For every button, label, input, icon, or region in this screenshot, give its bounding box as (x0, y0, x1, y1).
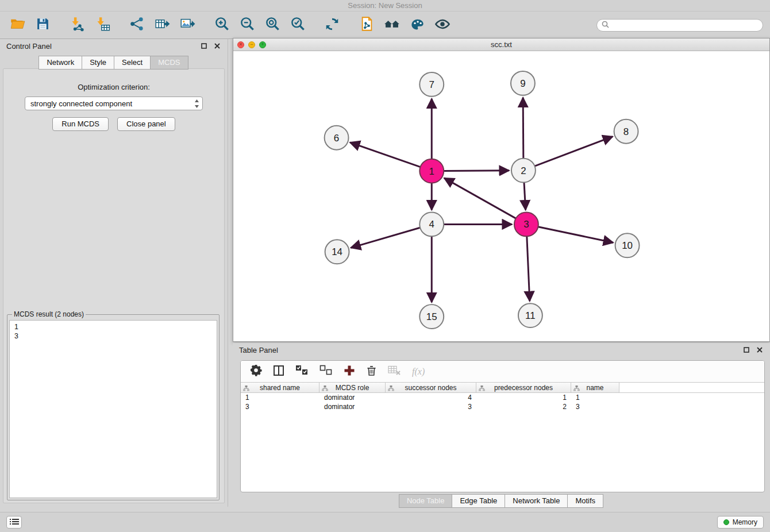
graph-node-8[interactable]: 8 (614, 119, 638, 144)
zoom-out-icon (240, 16, 255, 34)
table-tab-network-table[interactable]: Network Table (505, 494, 568, 508)
graph-node-label: 4 (429, 219, 434, 230)
graph-edge-4-14[interactable] (351, 228, 421, 248)
table-panel: Table Panel f(x) shared nameMCDS rolesuc… (233, 343, 770, 511)
style-brush-button[interactable] (407, 15, 428, 36)
table-panel-header: Table Panel (233, 343, 770, 357)
column-header-mcds-role[interactable]: MCDS role (319, 383, 386, 392)
first-neighbors-icon (384, 16, 400, 34)
column-header-successor-nodes[interactable]: successor nodes (386, 383, 476, 392)
zoom-out-button[interactable] (237, 15, 257, 36)
status-menu-button[interactable] (6, 516, 22, 529)
app-title: Session: New Session (348, 1, 422, 10)
zoom-in-button[interactable] (211, 15, 232, 36)
table-row[interactable]: 1dominator411 (241, 393, 764, 402)
control-panel-title: Control Panel (6, 42, 52, 51)
graph-edge-2-8[interactable] (534, 137, 613, 166)
table-row[interactable]: 3dominator323 (241, 402, 764, 411)
table-tab-edge-table[interactable]: Edge Table (452, 494, 505, 508)
graph-node-3[interactable]: 3 (514, 212, 538, 236)
snapshot-icon (359, 16, 375, 34)
graph-edge-3-10[interactable] (538, 227, 613, 243)
zoom-fit-button[interactable] (262, 15, 283, 36)
mcds-result-list[interactable]: 13 (9, 320, 217, 498)
main-toolbar (0, 11, 770, 39)
network-window-title-bar[interactable]: scc.txt × − + (233, 38, 769, 51)
graph-edge-2-3[interactable] (524, 183, 526, 210)
window-close-button[interactable]: × (237, 41, 244, 48)
window-zoom-button[interactable]: + (259, 41, 266, 48)
select-all-checkbox-button[interactable] (295, 365, 309, 378)
graph-node-10[interactable]: 10 (615, 233, 640, 257)
table-tab-node-table[interactable]: Node Table (399, 494, 453, 508)
column-header-shared-name[interactable]: shared name (241, 383, 319, 392)
graph-node-label: 15 (426, 311, 437, 322)
tab-mcds[interactable]: MCDS (150, 56, 188, 70)
column-header-label: shared name (260, 384, 300, 392)
delete-column-button[interactable] (366, 365, 377, 379)
zoom-selected-button[interactable] (287, 15, 308, 36)
column-header-predecessor-nodes[interactable]: predecessor nodes (476, 383, 571, 392)
share-network-button[interactable] (126, 15, 147, 36)
graph-node-2[interactable]: 2 (511, 159, 536, 183)
column-type-icon (388, 385, 394, 393)
deselect-checkbox-button[interactable] (319, 365, 333, 378)
search-box[interactable] (596, 19, 763, 32)
mcds-result-box: MCDS result (2 nodes) 13 (7, 310, 220, 500)
graph-node-4[interactable]: 4 (419, 212, 444, 236)
network-canvas[interactable]: 7968124314101511 (233, 51, 769, 341)
graph-edge-3-1[interactable] (444, 178, 516, 218)
table-cell-mcds-role: dominator (319, 394, 386, 402)
deselect-checkbox-icon (319, 365, 333, 378)
control-panel-close-button[interactable] (213, 42, 221, 50)
graph-node-1[interactable]: 1 (419, 159, 444, 183)
graph-node-11[interactable]: 11 (518, 303, 542, 327)
table-tab-motifs[interactable]: Motifs (567, 494, 603, 508)
export-network-button[interactable] (152, 15, 172, 36)
zoom-in-icon (214, 16, 230, 34)
graph-node-15[interactable]: 15 (419, 304, 444, 329)
column-header-label: name (586, 384, 603, 392)
table-cell-successor-nodes: 4 (386, 394, 476, 402)
table-panel-float-button[interactable] (742, 346, 750, 354)
show-hide-button[interactable] (432, 15, 453, 36)
tab-network[interactable]: Network (38, 56, 82, 70)
close-panel-button[interactable]: Close panel (117, 117, 175, 131)
table-panel-tabs: Node TableEdge TableNetwork TableMotifs (233, 494, 770, 508)
toolbar-group (7, 15, 53, 36)
first-neighbors-button[interactable] (382, 15, 402, 36)
graph-node-14[interactable]: 14 (325, 240, 349, 264)
export-image-button[interactable] (177, 15, 198, 36)
graph-edge-1-6[interactable] (350, 142, 420, 167)
export-image-icon (180, 16, 195, 34)
graph-edge-2-9[interactable] (523, 98, 523, 159)
snapshot-button[interactable] (356, 15, 377, 36)
window-minimize-button[interactable]: − (248, 41, 255, 48)
graph-node-9[interactable]: 9 (511, 71, 535, 95)
graph-edge-1-2[interactable] (444, 171, 509, 171)
table-panel-title: Table Panel (239, 346, 278, 354)
table-toolbar: f(x) (241, 361, 764, 382)
graph-node-6[interactable]: 6 (325, 126, 349, 150)
run-mcds-button[interactable]: Run MCDS (52, 117, 109, 131)
table-panel-close-button[interactable] (756, 346, 764, 354)
import-table-button[interactable] (92, 15, 113, 36)
column-header-name[interactable]: name (571, 383, 619, 392)
open-folder-button[interactable] (7, 15, 28, 36)
graph-svg[interactable]: 7968124314101511 (233, 51, 769, 341)
control-panel-float-button[interactable] (200, 42, 208, 50)
status-bar: Memory (0, 512, 770, 532)
memory-button[interactable]: Memory (717, 516, 764, 529)
search-input[interactable] (612, 21, 758, 29)
graph-node-7[interactable]: 7 (419, 72, 444, 97)
refresh-layout-button[interactable] (322, 15, 342, 36)
add-column-button[interactable] (344, 365, 355, 379)
split-columns-button[interactable] (273, 365, 284, 379)
gear-button[interactable] (250, 364, 262, 379)
save-button[interactable] (32, 15, 53, 36)
optimization-criterion-select[interactable]: strongly connected component (25, 97, 203, 110)
graph-edge-3-11[interactable] (527, 236, 530, 301)
tab-select[interactable]: Select (114, 56, 151, 70)
tab-style[interactable]: Style (82, 56, 114, 70)
import-network-button[interactable] (67, 15, 87, 36)
